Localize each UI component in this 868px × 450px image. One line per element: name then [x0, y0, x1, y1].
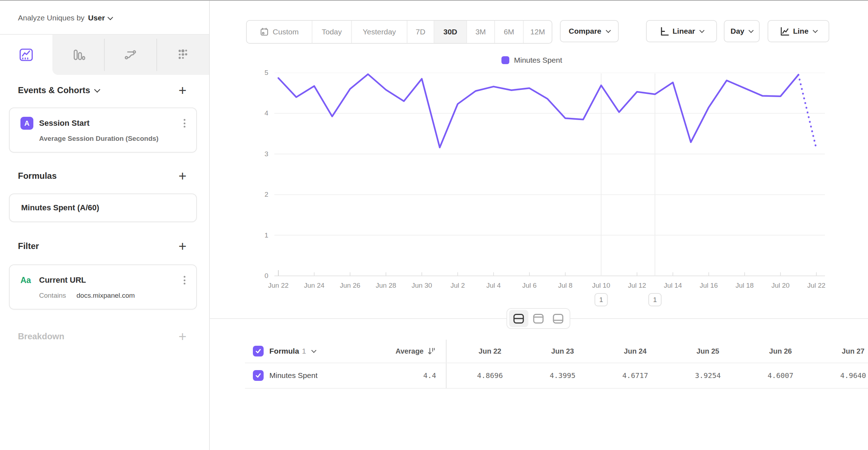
- x-axis-label: Jun 28: [376, 282, 396, 289]
- filter-card[interactable]: Aa Current URL Contains docs.mixpanel.co…: [9, 264, 197, 310]
- y-axis-label: 1: [253, 231, 268, 239]
- legend-item-minutes-spent[interactable]: Minutes Spent: [501, 56, 562, 64]
- y-axis-label: 5: [253, 69, 268, 77]
- row-border: [245, 388, 868, 389]
- range-today[interactable]: Today: [312, 21, 351, 43]
- average-column-header[interactable]: Average: [355, 340, 436, 363]
- x-axis-label: Jul 22: [807, 282, 826, 289]
- table-group-header[interactable]: Formula 1: [253, 340, 316, 363]
- x-axis-label: Jun 24: [304, 282, 324, 289]
- range-30d[interactable]: 30D: [434, 21, 466, 43]
- x-axis-label: Jul 12: [628, 282, 646, 289]
- add-breakdown-button[interactable]: +: [179, 330, 187, 343]
- y-axis-label: 3: [253, 150, 268, 158]
- event-menu-button[interactable]: [181, 117, 188, 130]
- table-only-view-icon: [552, 313, 564, 324]
- date-column-header[interactable]: Jun 25: [672, 340, 744, 363]
- event-card[interactable]: A Session Start Average Session Duration…: [9, 107, 197, 153]
- annotation-marker-jul-10[interactable]: 1: [595, 293, 608, 306]
- tab-retention-grid[interactable]: [157, 35, 209, 75]
- date-column-header[interactable]: Jun 23: [527, 340, 599, 363]
- formula-checkbox[interactable]: [253, 346, 264, 356]
- analyze-uniques-row: Analyze Uniques by User: [18, 9, 112, 27]
- y-axis-label: 4: [253, 109, 268, 117]
- granularity-dropdown[interactable]: Day: [724, 20, 760, 42]
- x-axis-label: Jul 14: [664, 282, 682, 289]
- annotation-marker-jul-13[interactable]: 1: [648, 293, 662, 306]
- range-yesterday[interactable]: Yesterday: [351, 21, 407, 43]
- formulas-label: Formulas: [18, 171, 57, 181]
- scale-dropdown[interactable]: Linear: [646, 20, 717, 42]
- layout-toggle: [506, 308, 570, 329]
- tab-insights-line-chart[interactable]: [0, 35, 52, 75]
- x-axis-label: Jul 6: [522, 282, 537, 289]
- formulas-header: Formulas +: [18, 169, 187, 183]
- date-value-cell: 4.3995: [527, 363, 599, 388]
- legend-label: Minutes Spent: [514, 56, 562, 64]
- add-formula-button[interactable]: +: [179, 169, 187, 183]
- chevron-down-icon[interactable]: [94, 87, 100, 93]
- date-value-cell: 4.8696: [454, 363, 526, 388]
- event-name[interactable]: Session Start: [39, 119, 90, 128]
- table-row-minutes-spent[interactable]: Minutes Spent: [253, 363, 317, 388]
- row-label: Minutes Spent: [269, 371, 317, 380]
- breakdown-label: Breakdown: [18, 331, 64, 341]
- line-chart-icon: [18, 47, 34, 63]
- chevron-down-icon: [605, 28, 610, 33]
- compare-label: Compare: [569, 27, 601, 35]
- x-axis-label: Jul 2: [450, 282, 465, 289]
- range-12m[interactable]: 12M: [523, 21, 552, 43]
- date-value-cell: 4.9640: [817, 363, 868, 388]
- filter-property-name[interactable]: Current URL: [39, 276, 86, 285]
- average-label: Average: [396, 347, 424, 355]
- grid-dots-icon: [175, 47, 190, 62]
- date-column-header[interactable]: Jun 27: [817, 340, 868, 363]
- analyze-uniques-label: Analyze Uniques by: [18, 14, 85, 22]
- chevron-down-icon: [699, 28, 704, 33]
- mixpanel-insights-app: Analyze Uniques by User: [0, 0, 868, 450]
- split-view-icon: [513, 313, 525, 324]
- layout-option-split-view[interactable]: [509, 310, 528, 327]
- y-axis-label: 2: [253, 191, 268, 198]
- date-column-header[interactable]: Jun 24: [599, 340, 671, 363]
- layout-option-chart-only-view[interactable]: [529, 310, 548, 327]
- table-column-divider: [446, 340, 447, 388]
- layout-option-table-only-view[interactable]: [548, 310, 568, 327]
- tab-flow[interactable]: [104, 35, 157, 75]
- tab-bar-chart[interactable]: [52, 35, 105, 75]
- chevron-down-icon: [311, 348, 316, 353]
- group-number: 1: [302, 347, 306, 355]
- filter-operator[interactable]: Contains: [39, 292, 66, 299]
- x-axis-label: Jul 20: [772, 282, 790, 289]
- line-chart-plot[interactable]: [274, 73, 825, 278]
- date-value-cell: 4.6007: [744, 363, 817, 388]
- formula-card[interactable]: Minutes Spent (A/60): [9, 193, 197, 222]
- check-icon: [255, 348, 262, 355]
- analyze-by-value: User: [88, 14, 105, 22]
- chart-type-dropdown[interactable]: Line: [768, 20, 829, 42]
- filter-value[interactable]: docs.mixpanel.com: [76, 292, 135, 299]
- range-custom[interactable]: Custom: [247, 21, 312, 43]
- x-axis-label: Jul 18: [736, 282, 754, 289]
- range-7d[interactable]: 7D: [407, 21, 434, 43]
- row-checkbox[interactable]: [253, 370, 264, 381]
- add-event-button[interactable]: +: [179, 83, 187, 97]
- filter-menu-button[interactable]: [181, 274, 188, 287]
- flow-icon: [123, 47, 138, 62]
- chart-only-view-icon: [532, 313, 544, 324]
- filter-label: Filter: [18, 241, 39, 251]
- chevron-down-icon: [813, 28, 818, 33]
- event-aggregation[interactable]: Average Session Duration (Seconds): [10, 130, 196, 152]
- compare-button[interactable]: Compare: [560, 20, 619, 42]
- range-6m[interactable]: 6M: [494, 21, 523, 43]
- add-filter-button[interactable]: +: [179, 239, 187, 253]
- date-column-header[interactable]: Jun 22: [454, 340, 526, 363]
- range-3m[interactable]: 3M: [466, 21, 494, 43]
- x-axis-label: Jul 10: [592, 282, 610, 289]
- analyze-by-dropdown[interactable]: User: [85, 14, 113, 22]
- chevron-down-icon: [108, 14, 113, 20]
- top-border: [0, 0, 868, 1]
- calendar-icon: [260, 27, 269, 37]
- date-column-header[interactable]: Jun 26: [744, 340, 817, 363]
- x-axis-label: Jul 4: [486, 282, 501, 289]
